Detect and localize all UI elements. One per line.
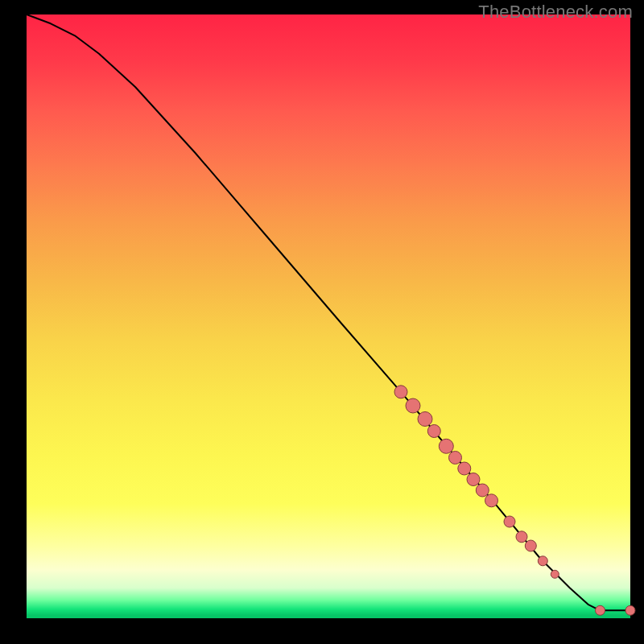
plot-area (27, 14, 630, 618)
data-point (504, 516, 515, 527)
data-point (418, 412, 432, 427)
data-point (449, 452, 462, 464)
data-point (427, 425, 440, 438)
data-point (596, 605, 605, 615)
points-group (394, 386, 635, 616)
data-point (467, 473, 480, 486)
chart-stage: TheBottleneck.com (0, 0, 644, 644)
data-point (516, 531, 527, 543)
data-point (406, 398, 420, 413)
watermark-text: TheBottleneck.com (478, 2, 633, 23)
data-point (439, 439, 453, 453)
curve-line (27, 14, 630, 610)
chart-svg (27, 14, 630, 618)
data-point (485, 494, 498, 507)
data-point (538, 556, 547, 566)
data-point (458, 462, 471, 475)
data-point (551, 570, 559, 578)
data-point (525, 540, 536, 551)
data-point (476, 484, 489, 497)
data-point (625, 605, 635, 615)
data-point (394, 386, 407, 398)
